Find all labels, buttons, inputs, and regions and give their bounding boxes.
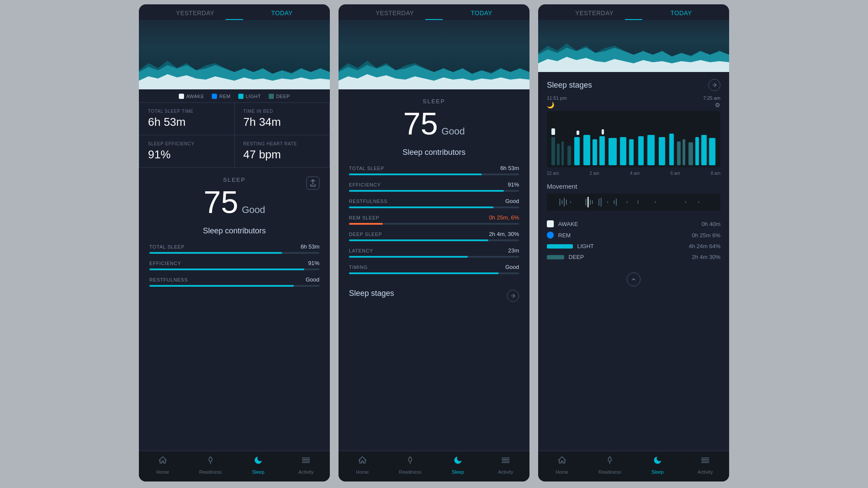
contributor-eff-2: EFFICIENCY 91%: [349, 181, 519, 192]
contributor-efficiency-1: EFFICIENCY 91%: [149, 260, 319, 270]
scroll-content-1[interactable]: SLEEP 75 Good Sleep contributors TOTAL S…: [139, 168, 330, 451]
yesterday-tab-3[interactable]: YESTERDAY: [575, 10, 614, 16]
cv-rest-2: Good: [505, 198, 519, 204]
heart-rate-cell: RESTING HEART RATE 47 bpm: [235, 135, 330, 168]
contributor-value-1: 6h 53m: [301, 243, 319, 250]
contributor-value-2: 91%: [308, 260, 319, 266]
legend-deep-1: DEEP: [269, 94, 290, 99]
time-labels-3: 11:51 pm 7:25 am: [538, 95, 729, 101]
nav-sleep-1[interactable]: Sleep: [245, 455, 271, 475]
total-sleep-cell: TOTAL SLEEP TIME 6h 53m: [139, 103, 235, 135]
stages-expand-btn-2[interactable]: [507, 290, 519, 302]
nav-home-3[interactable]: Home: [549, 455, 575, 475]
time-in-bed-cell: TIME IN BED 7h 34m: [235, 103, 330, 135]
sleep-legend-1: AWAKE REM LIGHT DEEP: [139, 89, 330, 102]
awake-dot-1: [179, 94, 184, 99]
stages-expand-btn-3[interactable]: [708, 79, 720, 91]
cv-timing-2: Good: [505, 264, 519, 270]
sleep-icon-1: [253, 455, 263, 468]
collapse-btn-3[interactable]: [538, 269, 729, 290]
bottom-nav-2: Home Readiness Sleep Activity: [339, 451, 529, 481]
screen-1: YESTERDAY TODAY AWAKE REM LIGHT: [139, 4, 330, 481]
cn-timing-2: TIMING: [349, 265, 368, 270]
stage-chart-3: [547, 111, 720, 167]
nav-sleep-3[interactable]: Sleep: [644, 455, 671, 475]
stages-title-3: Sleep stages: [547, 81, 592, 90]
score-number-1: 75: [204, 187, 238, 218]
rem-duration-3: 0h 25m 6%: [692, 232, 720, 239]
stats-grid-1: TOTAL SLEEP TIME 6h 53m TIME IN BED 7h 3…: [139, 102, 330, 168]
deep-color-bar-3: [547, 255, 564, 259]
nav-sleep-2[interactable]: Sleep: [445, 455, 471, 475]
scroll-content-2[interactable]: SLEEP 75 Good Sleep contributors TOTAL S…: [339, 89, 529, 451]
nav-activity-3[interactable]: Activity: [692, 455, 718, 475]
nav-home-2[interactable]: Home: [349, 455, 375, 475]
svg-rect-2: [562, 141, 564, 165]
nav-readiness-3[interactable]: Readiness: [597, 455, 623, 475]
nav-readiness-2[interactable]: Readiness: [397, 455, 423, 475]
screen-3: YESTERDAY TODAY Sleep stages 11:51 pm 7:…: [538, 4, 729, 481]
hour-2am: 2 am: [590, 171, 599, 176]
contributor-name-2: EFFICIENCY: [149, 261, 181, 266]
nav-activity-2[interactable]: Activity: [493, 455, 519, 475]
svg-rect-11: [608, 138, 617, 165]
contributor-latency-2: LATENCY 23m: [349, 247, 519, 258]
nav-header-3: YESTERDAY TODAY: [538, 4, 729, 20]
nav-readiness-1[interactable]: Readiness: [197, 455, 224, 475]
sleep-stages-preview-2: Sleep stages: [339, 285, 529, 308]
nav-activity-label-3: Activity: [698, 469, 713, 475]
hour-12am: 12 am: [547, 171, 559, 176]
contributors-title-2: Sleep contributors: [349, 148, 519, 157]
today-tab-3[interactable]: TODAY: [671, 10, 692, 16]
sleep-wave-3: [538, 20, 729, 72]
awake-duration-3: 0h 40m: [702, 221, 720, 227]
today-tab-1[interactable]: TODAY: [271, 10, 293, 16]
share-button-1[interactable]: [306, 177, 319, 190]
nav-header-1: YESTERDAY TODAY: [139, 4, 330, 20]
sleep-score-row-2: 75 Good: [349, 108, 519, 139]
svg-rect-21: [695, 137, 699, 165]
home-icon-2: [358, 455, 367, 468]
sleep-score-section-2: SLEEP 75 Good: [339, 89, 529, 144]
efficiency-value: 91%: [148, 148, 226, 161]
contributor-total-sleep-1: TOTAL SLEEP 6h 53m: [149, 243, 319, 254]
time-icons-3: 🌙 ⚙: [538, 101, 729, 111]
nav-activity-1[interactable]: Activity: [293, 455, 319, 475]
svg-rect-3: [567, 146, 571, 165]
sleep-label-sm-2: SLEEP: [349, 98, 519, 105]
sleep-label-sm-1: SLEEP: [149, 177, 319, 183]
score-number-2: 75: [403, 108, 438, 139]
nav-readiness-label-1: Readiness: [199, 469, 222, 475]
nav-readiness-label-3: Readiness: [598, 469, 621, 475]
svg-rect-16: [659, 137, 665, 165]
heart-rate-value: 47 bpm: [243, 148, 321, 161]
stages-preview-title-2: Sleep stages: [349, 289, 394, 298]
today-tab-2[interactable]: TODAY: [471, 10, 492, 16]
svg-rect-6: [602, 129, 604, 134]
sleep-icon-2: [453, 455, 463, 468]
light-label-1: LIGHT: [246, 94, 261, 99]
cv-deep-2: 2h 4m, 30%: [489, 231, 519, 237]
svg-rect-20: [688, 142, 693, 165]
cn-rest-2: RESTFULNESS: [349, 199, 388, 204]
yesterday-tab-2[interactable]: YESTERDAY: [376, 10, 414, 16]
home-icon-1: [158, 455, 168, 468]
svg-rect-23: [709, 138, 716, 165]
activity-icon-1: [301, 455, 311, 468]
collapse-circle-3: [627, 272, 641, 286]
svg-rect-15: [648, 135, 655, 165]
svg-rect-13: [629, 139, 634, 165]
home-icon-3: [557, 455, 567, 468]
deep-type-3: DEEP: [569, 254, 595, 260]
nav-sleep-label-1: Sleep: [252, 469, 264, 475]
rem-label-1: REM: [219, 94, 230, 99]
cn-ts-2: TOTAL SLEEP: [349, 166, 384, 171]
cv-eff-2: 91%: [508, 181, 519, 188]
nav-home-1[interactable]: Home: [150, 455, 176, 475]
cn-rem-2: REM SLEEP: [349, 215, 379, 220]
awake-label-1: AWAKE: [186, 94, 204, 99]
nav-home-label-3: Home: [556, 469, 568, 475]
scroll-content-3[interactable]: Sleep stages 11:51 pm 7:25 am 🌙 ⚙: [538, 72, 729, 451]
yesterday-tab-1[interactable]: YESTERDAY: [176, 10, 214, 16]
nav-home-label-2: Home: [356, 469, 368, 475]
